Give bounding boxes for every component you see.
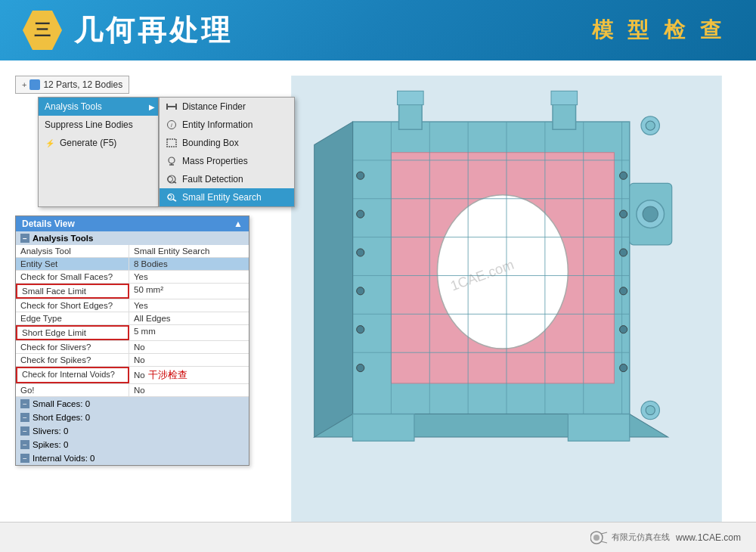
- submenu-label: Mass Properties: [182, 156, 248, 166]
- collapse-spikes-icon[interactable]: −: [20, 440, 29, 449]
- collapse-short-edges-icon[interactable]: −: [20, 413, 29, 422]
- svg-point-38: [357, 172, 364, 179]
- mass-icon: [166, 156, 178, 166]
- svg-point-49: [620, 364, 627, 371]
- svg-rect-0: [166, 106, 177, 107]
- details-value-check-small-faces: Yes: [129, 271, 249, 283]
- svg-marker-32: [314, 122, 353, 437]
- small-entity-icon: [166, 192, 178, 203]
- details-value-small-face-limit: 50 mm²: [129, 284, 249, 299]
- details-view-title: Details View: [22, 219, 75, 229]
- menu-item-analysis-tools[interactable]: Analysis Tools ▶: [39, 98, 158, 116]
- details-value-go: No: [129, 384, 249, 396]
- distance-icon: [166, 101, 178, 112]
- details-section-label: Analysis Tools: [33, 234, 93, 243]
- header: 三 几何再处理 模 型 检 查: [0, 0, 756, 60]
- details-value-check-spikes: No: [129, 354, 249, 366]
- submenu-item-small-entity[interactable]: Small Entity Search: [160, 188, 294, 206]
- tree-expand-icon[interactable]: +: [22, 80, 26, 89]
- collapse-small-faces-icon[interactable]: −: [20, 399, 29, 408]
- details-row-short-edge-limit: Short Edge Limit 5 mm: [16, 325, 249, 341]
- details-label-check-spikes: Check for Spikes?: [16, 354, 129, 366]
- svg-rect-37: [551, 91, 578, 104]
- details-row-small-face-limit: Small Face Limit 50 mm²: [16, 284, 249, 299]
- details-row-entity-set[interactable]: Entity Set 8 Bodies: [16, 258, 249, 271]
- lightning-icon: ⚡: [45, 138, 55, 148]
- submenu-label: Bounding Box: [182, 138, 239, 148]
- svg-point-39: [357, 210, 364, 218]
- menu-item-suppress-line[interactable]: Suppress Line Bodies: [39, 116, 158, 134]
- dropdown-container: Analysis Tools ▶ Suppress Line Bodies ⚡ …: [38, 97, 295, 207]
- svg-point-58: [646, 405, 655, 414]
- footer-company-name: 有限元仿真在线: [612, 532, 670, 543]
- details-row-check-slivers: Check for Slivers? No: [16, 341, 249, 354]
- submenu-item-distance-finder[interactable]: Distance Finder: [160, 98, 294, 116]
- svg-line-14: [173, 200, 176, 202]
- svg-rect-50: [353, 414, 414, 442]
- submenu-label: Entity Information: [182, 119, 253, 130]
- svg-point-13: [168, 195, 172, 199]
- logo-icon: [590, 530, 609, 545]
- left-panel: + 12 Parts, 12 Bodies Analysis Tools ▶ S…: [15, 76, 257, 522]
- submenu-item-entity-info[interactable]: i Entity Information: [160, 116, 294, 134]
- svg-rect-35: [398, 91, 424, 104]
- details-label-check-short-edges: Check for Short Edges?: [16, 299, 129, 312]
- details-view-header: Details View ▲: [16, 216, 249, 231]
- details-label-short-edge-limit: Short Edge Limit: [16, 325, 129, 340]
- svg-point-48: [620, 326, 627, 333]
- details-value-analysis-tool: Small Entity Search: [129, 245, 249, 257]
- submenu: Distance Finder i Entity Information: [159, 97, 295, 207]
- svg-point-44: [620, 172, 627, 179]
- details-section-header: − Analysis Tools: [16, 231, 249, 245]
- svg-rect-5: [167, 139, 176, 147]
- results-header-slivers: − Slivers: 0: [16, 424, 249, 438]
- svg-point-43: [357, 364, 364, 371]
- details-label-entity-set: Entity Set: [16, 258, 129, 270]
- arrow-icon: ▶: [149, 103, 155, 111]
- details-value-check-short-edges: Yes: [129, 299, 249, 312]
- details-row-edge-type: Edge Type All Edges: [16, 312, 249, 325]
- svg-line-63: [601, 541, 607, 543]
- details-value-short-edge-limit: 5 mm: [129, 325, 249, 340]
- svg-point-42: [357, 326, 364, 333]
- info-icon: i: [166, 119, 178, 130]
- svg-point-40: [357, 249, 364, 256]
- details-row-check-small-faces: Check for Small Faces? Yes: [16, 271, 249, 284]
- details-row-analysis-tool: Analysis Tool Small Entity Search: [16, 245, 249, 258]
- tree-label: 12 Parts, 12 Bodies: [43, 79, 122, 90]
- svg-point-47: [620, 287, 627, 295]
- details-label-small-face-limit: Small Face Limit: [16, 284, 129, 299]
- svg-point-61: [593, 535, 600, 541]
- menu-item-generate[interactable]: ⚡ Generate (F5): [39, 134, 158, 152]
- header-title: 几何再处理: [74, 11, 233, 50]
- collapse-slivers-icon[interactable]: −: [20, 426, 29, 436]
- collapse-icon[interactable]: −: [20, 234, 29, 243]
- details-label-check-internal-voids: Check for Internal Voids?: [16, 367, 129, 383]
- results-header-internal-voids: − Internal Voids: 0: [16, 451, 249, 465]
- details-row-check-short-edges: Check for Short Edges? Yes: [16, 299, 249, 312]
- details-label-edge-type: Edge Type: [16, 312, 129, 324]
- collapse-internal-voids-icon[interactable]: −: [20, 454, 29, 463]
- model-svg: 1CAE.com: [272, 76, 741, 522]
- details-row-check-spikes: Check for Spikes? No: [16, 354, 249, 367]
- submenu-item-bounding-box[interactable]: Bounding Box: [160, 134, 294, 152]
- part-icon: [29, 79, 40, 90]
- submenu-item-mass-properties[interactable]: Mass Properties: [160, 152, 294, 170]
- details-close-icon[interactable]: ▲: [234, 219, 243, 229]
- details-value-entity-set: 8 Bodies: [129, 258, 249, 270]
- header-subtitle: 模 型 检 查: [592, 16, 726, 45]
- menu-label: Generate (F5): [60, 138, 116, 148]
- submenu-label: Distance Finder: [182, 101, 246, 112]
- main-content: + 12 Parts, 12 Bodies Analysis Tools ▶ S…: [0, 60, 756, 522]
- submenu-item-fault-detection[interactable]: Fault Detection: [160, 170, 294, 188]
- svg-line-62: [601, 532, 607, 534]
- results-header-small-faces: − Small Faces: 0: [16, 397, 249, 411]
- svg-rect-2: [175, 104, 177, 110]
- footer-logo: 有限元仿真在线: [590, 530, 670, 545]
- details-label-analysis-tool: Analysis Tool: [16, 245, 129, 257]
- annotation-text: 干涉检查: [148, 368, 187, 382]
- details-value-check-internal-voids: No 干涉检查: [129, 367, 249, 383]
- svg-point-45: [620, 210, 627, 218]
- details-value-edge-type: All Edges: [129, 312, 249, 324]
- details-row-go[interactable]: Go! No: [16, 384, 249, 397]
